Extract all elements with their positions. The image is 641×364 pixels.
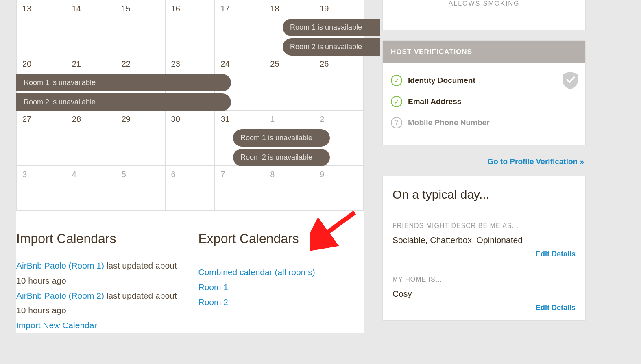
calendar-cell[interactable]: 16 [166,0,215,55]
export-heading: Export Calendars [198,231,364,246]
date-number: 20 [22,59,31,69]
profile-verification-link[interactable]: Go to Profile Verification » [382,155,586,176]
allows-smoking-label: ALLOWS SMOKING [383,0,585,30]
calendar-event[interactable]: Room 2 is unavailable [233,149,330,166]
date-number: 2 [320,115,324,124]
calendar-cell[interactable]: 4 [66,166,116,210]
section-label: FRIENDS MIGHT DESCRIBE ME AS... [392,222,576,230]
calendar-cell[interactable]: 14 [66,0,116,55]
verification-label: Identity Document [408,76,475,85]
typical-day-card: On a typical day... FRIENDS MIGHT DESCRI… [382,176,586,321]
section-label: MY HOME IS... [392,276,576,283]
calendar-cell[interactable]: 6 [166,166,215,210]
edit-details-link[interactable]: Edit Details [392,250,576,262]
date-number: 13 [22,4,31,13]
date-number: 8 [270,170,275,179]
date-number: 4 [72,170,76,179]
export-link[interactable]: Room 2 [198,297,229,307]
export-link[interactable]: Room 1 [198,282,229,292]
verification-row: ? Mobile Phone Number [391,115,577,136]
calendar-cell[interactable]: 30 [166,110,215,166]
date-number: 15 [122,4,131,13]
smoking-card: ALLOWS SMOKING [382,0,586,30]
calendar-cell[interactable]: 3 [17,166,66,210]
calendar-cell[interactable]: 25 [264,55,314,110]
verifications-header: HOST VERIFICATIONS [383,41,585,63]
calendar-cell[interactable]: 17 [215,0,264,55]
check-icon: ✓ [391,96,402,107]
date-number: 28 [72,115,81,124]
export-calendars-section: Export Calendars Combined calendar (all … [198,231,364,333]
section-value: Cosy [392,289,576,299]
date-number: 26 [320,59,329,69]
calendar-cell[interactable]: 8 [264,166,314,210]
calendar-cell[interactable]: 5 [116,166,166,210]
export-link[interactable]: Combined calendar (all rooms) [198,267,315,277]
date-number: 1 [270,115,275,124]
date-number: 3 [22,170,27,179]
calendar-event[interactable]: Room 1 is unavailable [16,74,231,91]
import-calendars-section: Import Calendars AirBnb Paolo (Room 1) l… [16,231,182,333]
date-number: 16 [171,4,180,13]
date-number: 30 [171,115,180,124]
date-number: 31 [220,115,229,124]
date-number: 7 [220,170,225,179]
calendar-cell[interactable]: 28 [66,110,116,166]
host-verifications-card: HOST VERIFICATIONS ✓ Identity Document ✓… [382,40,586,145]
date-number: 18 [270,4,279,13]
date-number: 25 [270,59,279,69]
calendar-event[interactable]: Room 1 is unavailable [283,19,380,36]
calendar-event[interactable]: Room 1 is unavailable [233,129,330,147]
check-icon: ✓ [391,75,402,86]
date-number: 22 [122,59,131,69]
date-number: 24 [220,59,229,69]
calendar-cell[interactable]: 27 [17,110,66,166]
date-number: 17 [220,4,229,13]
calendar-cell[interactable]: 9 [314,166,364,210]
edit-details-link[interactable]: Edit Details [392,303,576,315]
calendar-cell[interactable]: 13 [17,0,66,55]
calendar-event[interactable]: Room 2 is unavailable [16,93,231,111]
import-link[interactable]: AirBnb Paolo (Room 2) [16,291,104,300]
section-value: Sociable, Chatterbox, Opinionated [392,235,576,245]
profile-section: FRIENDS MIGHT DESCRIBE ME AS... Sociable… [383,213,585,267]
typical-heading: On a typical day... [383,176,585,213]
date-number: 5 [122,170,126,179]
date-number: 14 [72,4,81,13]
date-number: 21 [72,59,81,69]
profile-section: MY HOME IS... Cosy Edit Details [383,267,585,320]
calendar-cell[interactable]: 26 [314,55,364,110]
date-number: 19 [320,4,329,13]
date-number: 6 [171,170,176,179]
calendar-cell[interactable]: 15 [116,0,166,55]
date-number: 23 [171,59,180,69]
import-heading: Import Calendars [16,231,182,246]
date-number: 27 [22,115,31,124]
import-new-link[interactable]: Import New Calendar [16,321,97,330]
verification-row: ✓ Identity Document [391,72,577,93]
verification-row: ✓ Email Address [391,93,577,115]
calendar-cell[interactable]: 29 [116,110,166,166]
import-link[interactable]: AirBnb Paolo (Room 1) [16,261,104,270]
calendar-cell[interactable]: 7 [215,166,264,210]
verification-label: Mobile Phone Number [408,118,490,127]
question-icon: ? [391,117,402,128]
date-number: 29 [122,115,131,124]
shield-icon [563,72,578,89]
verification-label: Email Address [408,97,461,106]
date-number: 9 [320,170,324,179]
calendar-event[interactable]: Room 2 is unavailable [283,38,380,56]
